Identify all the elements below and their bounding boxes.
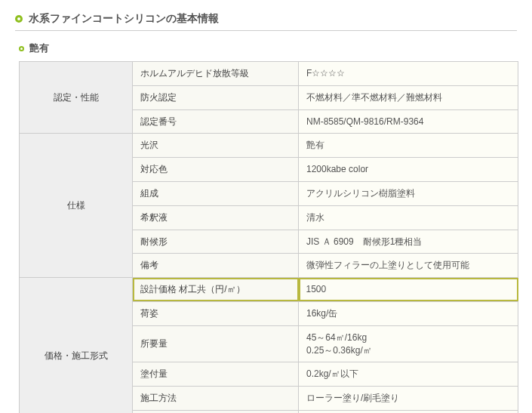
value-cell: 0.2kg/㎡以下: [299, 362, 518, 387]
subsection-title: 艶有: [15, 42, 517, 55]
subsection-title-text: 艶有: [29, 42, 49, 55]
label-cell: 設計価格 材工共（円/㎡）: [133, 278, 299, 302]
value-cell: JIS Ａ 6909 耐候形1種相当: [299, 230, 518, 254]
value-cell: ウールローラー/刷毛等: [299, 410, 518, 413]
label-cell: 耐候形: [133, 230, 299, 254]
label-cell: ホルムアルデヒド放散等級: [133, 62, 299, 86]
label-cell: 施工器具: [133, 410, 299, 413]
table-row: 認定・性能ホルムアルデヒド放散等級F☆☆☆☆: [20, 62, 518, 86]
label-cell: 認定番号: [133, 109, 299, 134]
value-cell: NM-8585/QM-9816/RM-9364: [299, 109, 518, 134]
value-cell: 清水: [299, 205, 518, 230]
value-cell: 不燃材料／準不燃材料／難燃材料: [299, 85, 518, 109]
label-cell: 塗付量: [133, 362, 299, 387]
label-cell: 光沢: [133, 134, 299, 158]
category-cell: 仕様: [20, 134, 133, 278]
value-cell: 45～64㎡/16kg0.25～0.36kg/㎡: [299, 325, 518, 362]
value-cell: 微弾性フィラーの上塗りとして使用可能: [299, 254, 518, 278]
value-cell: 1500: [299, 278, 518, 302]
value-cell: 16kg/缶: [299, 301, 518, 325]
table-row: 価格・施工形式設計価格 材工共（円/㎡）1500: [20, 278, 518, 302]
category-cell: 価格・施工形式: [20, 278, 133, 413]
label-cell: 組成: [133, 181, 299, 205]
bullet-icon: [19, 46, 24, 51]
value-cell: 艶有: [299, 134, 518, 158]
spec-table: 認定・性能ホルムアルデヒド放散等級F☆☆☆☆防火認定不燃材料／準不燃材料／難燃材…: [19, 61, 518, 413]
label-cell: 荷姿: [133, 301, 299, 325]
section-title: 水系ファインコートシリコンの基本情報: [15, 12, 517, 31]
label-cell: 対応色: [133, 158, 299, 182]
label-cell: 希釈液: [133, 205, 299, 230]
label-cell: 所要量: [133, 325, 299, 362]
value-cell: ローラー塗り/刷毛塗り: [299, 387, 518, 411]
value-cell: F☆☆☆☆: [299, 62, 518, 86]
bullet-icon: [15, 15, 23, 23]
label-cell: 施工方法: [133, 387, 299, 411]
label-cell: 防火認定: [133, 85, 299, 109]
label-cell: 備考: [133, 254, 299, 278]
section-title-text: 水系ファインコートシリコンの基本情報: [29, 12, 219, 26]
value-cell: アクリルシリコン樹脂塗料: [299, 181, 518, 205]
category-cell: 認定・性能: [20, 62, 133, 134]
value-cell: 1200kabe color: [299, 158, 518, 182]
table-row: 仕様光沢艶有: [20, 134, 518, 158]
